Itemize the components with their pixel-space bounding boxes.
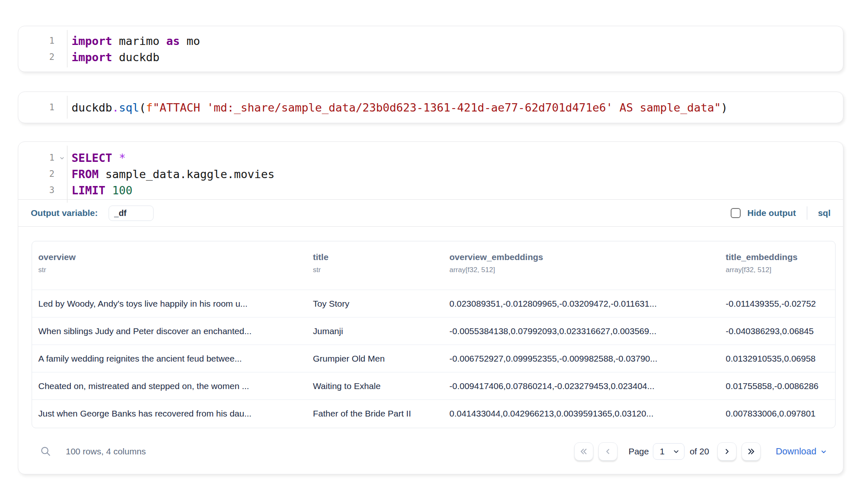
table-cell: 0.007833006,0.097801 <box>719 409 835 419</box>
table-cell: 0.0132910535,0.06958 <box>719 354 835 364</box>
chevrons-right-icon <box>746 447 756 456</box>
chevron-right-icon <box>723 447 731 456</box>
table-cell: Led by Woody, Andy's toys live happily i… <box>32 299 307 309</box>
table-row: Cheated on, mistreated and stepped on, t… <box>32 372 835 400</box>
table-footer: 100 rows, 4 columns Page 1 of 20 <box>18 428 843 475</box>
hide-output-label[interactable]: Hide output <box>747 208 796 218</box>
table-row: A family wedding reignites the ancient f… <box>32 345 835 372</box>
page-label: Page <box>628 446 649 456</box>
download-button[interactable]: Download <box>776 446 827 457</box>
language-toggle-sql[interactable]: sql <box>818 208 831 218</box>
next-page-button[interactable] <box>717 442 737 461</box>
table-cell: When siblings Judy and Peter discover an… <box>32 326 307 336</box>
chevron-down-icon <box>820 448 827 455</box>
table-cell: -0.040386293,0.06845 <box>719 326 835 336</box>
column-header-overview_embeddings[interactable]: overview_embeddingsarray[f32, 512] <box>443 241 719 290</box>
code-line: 1import marimo as mo <box>18 33 843 49</box>
line-number: 2 <box>18 166 67 182</box>
line-number: 1 <box>18 99 67 116</box>
column-type: str <box>38 266 300 274</box>
table-cell: -0.009417406,0.07860214,-0.023279453,0.0… <box>443 381 719 391</box>
table-cell: Waiting to Exhale <box>307 381 443 391</box>
table-cell: Just when George Banks has recovered fro… <box>32 409 307 419</box>
previous-page-button[interactable] <box>598 442 618 461</box>
code-line: 2import duckdb <box>18 49 843 65</box>
chevron-down-icon <box>672 448 680 455</box>
table-cell: Cheated on, mistreated and stepped on, t… <box>32 381 307 391</box>
code-editor[interactable]: 1import marimo as mo2import duckdb <box>18 26 843 71</box>
code-cell-attach: 1duckdb.sql(f"ATTACH 'md:_share/sample_d… <box>18 92 843 123</box>
download-label: Download <box>776 446 816 457</box>
column-header-overview[interactable]: overviewstr <box>32 241 307 290</box>
table-cell: Father of the Bride Part II <box>307 409 443 419</box>
column-type: array[f32, 512] <box>449 266 713 274</box>
table-cell: Toy Story <box>307 299 443 309</box>
search-icon[interactable] <box>40 446 52 457</box>
row-count-status: 100 rows, 4 columns <box>66 446 146 456</box>
code-editor[interactable]: 1SELECT *2FROM sample_data.kaggle.movies… <box>18 142 843 206</box>
table-cell: 0.041433044,0.042966213,0.0039591365,0.0… <box>443 409 719 419</box>
table-row: Led by Woody, Andy's toys live happily i… <box>32 290 835 317</box>
dataframe-table: overviewstrtitlestroverview_embeddingsar… <box>32 241 836 428</box>
table-cell: 0.023089351,-0.012809965,-0.03209472,-0.… <box>443 299 719 309</box>
column-type: str <box>313 266 437 274</box>
table-row: Just when George Banks has recovered fro… <box>32 400 835 427</box>
code-line: 1duckdb.sql(f"ATTACH 'md:_share/sample_d… <box>18 99 843 116</box>
code-editor[interactable]: 1duckdb.sql(f"ATTACH 'md:_share/sample_d… <box>18 92 843 122</box>
table-cell: Grumpier Old Men <box>307 354 443 364</box>
page-number-select[interactable]: 1 <box>653 443 684 460</box>
fold-chevron-icon[interactable] <box>59 155 65 161</box>
last-page-button[interactable] <box>742 442 761 461</box>
line-number: 2 <box>18 49 67 65</box>
column-name: overview_embeddings <box>449 252 713 262</box>
line-number: 3 <box>18 182 67 198</box>
column-name: overview <box>38 252 300 262</box>
first-page-button[interactable] <box>574 442 593 461</box>
chevrons-left-icon <box>579 447 588 456</box>
code-line: 3LIMIT 100 <box>18 182 843 198</box>
column-header-title[interactable]: titlestr <box>307 241 443 290</box>
table-cell: 0.01755858,-0.0086286 <box>719 381 835 391</box>
code-line: 1SELECT * <box>18 150 843 166</box>
line-number: 1 <box>18 150 67 166</box>
table-body: Led by Woody, Andy's toys live happily i… <box>32 290 835 427</box>
table-cell: -0.0055384138,0.07992093,0.023316627,0.0… <box>443 326 719 336</box>
table-cell: Jumanji <box>307 326 443 336</box>
code-cell-imports: 1import marimo as mo2import duckdb <box>18 26 843 72</box>
hide-output-checkbox[interactable] <box>731 208 741 218</box>
column-name: title <box>313 252 437 262</box>
output-variable-bar: Output variable: Hide output sql <box>18 199 843 227</box>
table-cell: -0.006752927,0.099952355,-0.009982588,-0… <box>443 354 719 364</box>
table-header-row: overviewstrtitlestroverview_embeddingsar… <box>32 241 835 290</box>
output-variable-input[interactable] <box>109 206 154 221</box>
column-type: array[f32, 512] <box>726 266 829 274</box>
pagination: Page 1 of 20 Download <box>574 442 827 461</box>
sql-cell: 1SELECT *2FROM sample_data.kaggle.movies… <box>18 141 843 474</box>
column-name: title_embeddings <box>726 252 829 262</box>
table-row: When siblings Judy and Peter discover an… <box>32 317 835 345</box>
page-total-label: of 20 <box>689 446 709 456</box>
output-variable-label: Output variable: <box>31 208 98 218</box>
page-number-value: 1 <box>660 446 665 456</box>
chevron-left-icon <box>604 447 612 456</box>
table-cell: A family wedding reignites the ancient f… <box>32 354 307 364</box>
code-line: 2FROM sample_data.kaggle.movies <box>18 166 843 182</box>
line-number: 1 <box>18 33 67 49</box>
table-cell: -0.011439355,-0.02752 <box>719 299 835 309</box>
column-header-title_embeddings[interactable]: title_embeddingsarray[f32, 512] <box>719 241 835 290</box>
divider <box>807 206 807 220</box>
